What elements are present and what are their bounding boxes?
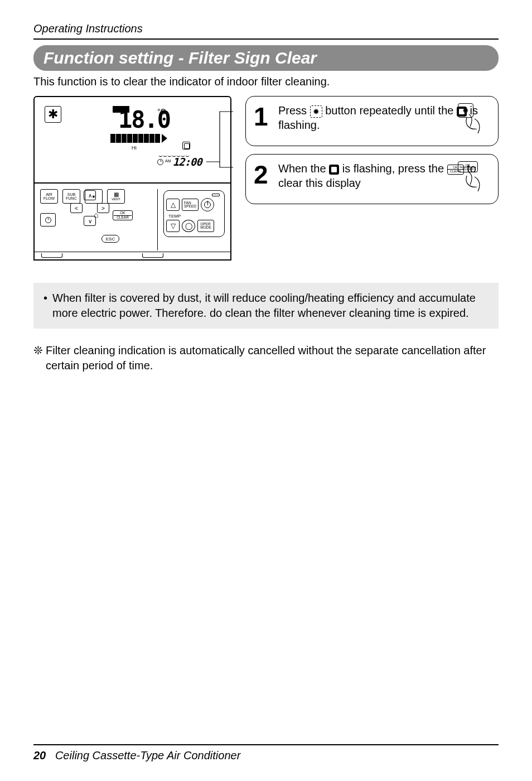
- mode-cycle-button[interactable]: ◯: [182, 220, 195, 232]
- vent-icon: ▦: [114, 192, 119, 197]
- remote-panel: 18.0 °C HI ⌣⌣⌣⌣⌣⌣⌣ AM 12:00: [33, 96, 234, 261]
- temp-label: TEMP: [168, 214, 222, 219]
- reference-mark-icon: ❊: [33, 343, 46, 373]
- footer-rule: [33, 744, 499, 745]
- footer-doc-title: Ceiling Cassette-Type Air Conditioner: [55, 749, 240, 761]
- title-bar: Function setting - Filter Sign Clear: [33, 45, 499, 71]
- clock-icon: [157, 159, 163, 165]
- remote-foot: [35, 252, 230, 259]
- intro-text: This function is to clear the indicator …: [33, 75, 499, 88]
- oper-mode-button[interactable]: OPER MODE: [197, 220, 214, 232]
- power-button[interactable]: [201, 198, 214, 211]
- press-gesture-icon: ✹: [458, 103, 491, 137]
- dpad-right-button[interactable]: >: [97, 203, 109, 213]
- gear-icon: [310, 105, 322, 118]
- power-icon: [204, 201, 211, 208]
- temp-unit: °C: [157, 107, 166, 116]
- timer-button[interactable]: [40, 213, 56, 226]
- fan-speed-button[interactable]: FAN SPEED: [182, 199, 199, 211]
- lcd-display: 18.0 °C HI ⌣⌣⌣⌣⌣⌣⌣ AM 12:00: [35, 97, 230, 184]
- press-gesture-icon: OK CLEAR: [458, 161, 491, 195]
- footnote-text: Filter cleaning indication is automatica…: [46, 343, 499, 373]
- step-2: 2 When the is flashing, press the OK CLE…: [245, 154, 499, 204]
- am-label: AM: [165, 159, 171, 163]
- fan-bar-icon: [110, 134, 167, 143]
- clock-time: 12:00: [173, 156, 202, 168]
- air-flow-button[interactable]: AIR FLOW: [40, 189, 58, 204]
- vent-button[interactable]: ▦VENT: [107, 189, 125, 204]
- note-text: When filter is covered by dust, it will …: [52, 291, 489, 321]
- cool-mode-icon: [45, 106, 61, 123]
- filter-icon: [182, 142, 190, 150]
- page-title: Function setting - Filter Sign Clear: [43, 49, 317, 67]
- footnote: ❊ Filter cleaning indication is automati…: [33, 343, 499, 373]
- indicator-icon: [212, 194, 220, 196]
- home-icon: ⌂: [94, 210, 98, 219]
- step-1: 1 Press button repeatedly until the is f…: [245, 96, 499, 146]
- sub-func-button[interactable]: SUB FUNC: [62, 189, 80, 204]
- step-number: 2: [254, 165, 274, 185]
- clock-icon: [45, 217, 51, 223]
- section-label: Operating Instructions: [33, 22, 499, 35]
- esc-button[interactable]: ESC: [101, 235, 119, 243]
- step-number: 1: [254, 107, 274, 127]
- temp-up-button[interactable]: △: [166, 199, 180, 211]
- clock-display: AM 12:00: [157, 156, 202, 168]
- filter-icon: [329, 165, 339, 175]
- ok-clear-button[interactable]: OK CLEAR: [113, 210, 133, 220]
- dpad: ∧ < > ∨: [70, 205, 109, 233]
- footer: 20 Ceiling Cassette-Type Air Conditioner: [33, 749, 240, 762]
- dpad-up-button[interactable]: ∧: [84, 190, 96, 200]
- ok-clear-icon: OK CLEAR: [460, 162, 476, 172]
- header-rule: [33, 38, 499, 40]
- fan-hi-label: HI: [132, 145, 137, 151]
- dpad-left-button[interactable]: <: [70, 203, 83, 213]
- bullet-icon: •: [43, 291, 52, 321]
- page-number: 20: [33, 749, 46, 761]
- note-box: • When filter is covered by dust, it wil…: [33, 283, 499, 329]
- right-button-group: △ FAN SPEED TEMP ▽ ◯ OPER MODE: [163, 190, 225, 237]
- temp-down-button[interactable]: ▽: [166, 220, 180, 232]
